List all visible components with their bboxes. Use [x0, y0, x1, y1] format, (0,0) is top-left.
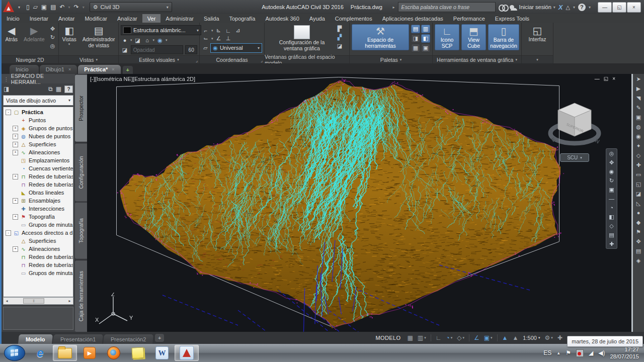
panel-label[interactable]: Navegar 2D — [2, 55, 58, 63]
active-drawing-view-dropdown[interactable]: Vista de dibujo activo▾ — [3, 95, 73, 106]
snap-grid-icon[interactable]: ▥▾ — [418, 334, 426, 341]
toolspace-tab[interactable]: Configuración — [75, 143, 87, 201]
expand-toggle[interactable]: + — [13, 150, 18, 155]
ribbon-tab[interactable]: Aplicaciones destacadas — [377, 14, 448, 23]
corner-icon[interactable]: ◱ — [636, 181, 641, 187]
navbar-toggle[interactable]: ▯ Barra de navegación — [488, 24, 519, 50]
views-button[interactable]: ◧ Vistas ▾ — [60, 24, 78, 47]
calculator-icon[interactable]: ▦ — [411, 44, 420, 52]
tree-horizontal-scrollbar[interactable]: ◂ ⦀ ▸ — [3, 297, 73, 305]
expand-toggle[interactable]: + — [13, 142, 18, 147]
tree-item[interactable]: + ◍ Nubes de puntos — [4, 132, 73, 140]
bucket-icon[interactable]: ● — [637, 210, 640, 216]
undo-caret-icon[interactable]: ▾ — [68, 5, 70, 10]
tree-item[interactable]: ▭ Grupos de minutas — [4, 221, 73, 229]
slope-icon[interactable]: ◺ — [636, 200, 640, 206]
opacity-slider[interactable]: Opacidad — [131, 45, 184, 54]
panel-label[interactable]: ▾ — [522, 55, 553, 63]
print-icon[interactable]: ▤ — [50, 4, 56, 11]
viewcube-cube[interactable]: SUPERIOR — [558, 103, 591, 136]
ucs-icon-toggle[interactable]: ∟ Icono SCP — [435, 24, 459, 50]
nav-sep[interactable]: — — [609, 196, 614, 202]
scroll-right-icon[interactable]: ▸ — [66, 299, 73, 303]
ucs-z-icon[interactable]: ∠ — [215, 35, 223, 42]
app-menu-caret-icon[interactable]: ▾ — [18, 5, 20, 10]
rect-icon[interactable]: ▭ — [636, 171, 641, 177]
start-button[interactable] — [4, 345, 25, 361]
settings-gear-icon[interactable]: ⚙▾ — [544, 334, 552, 341]
ribbon-tab[interactable]: Topografía — [224, 14, 261, 23]
brush-icon[interactable]: ◆ — [636, 219, 640, 225]
tree-item[interactable]: ⊓ Redes de tuberías e... — [4, 261, 73, 269]
ribbon-tab[interactable]: Analizar — [112, 14, 142, 23]
ribbon-tab[interactable]: Inicio — [2, 14, 25, 23]
panel-label[interactable]: Ventanas gráficas del espacio modelo — [265, 55, 349, 63]
tree-item[interactable]: + ⊞ Ensamblajes — [4, 197, 73, 205]
annotation-visibility-icon[interactable]: ▲ — [502, 334, 508, 341]
points-icon[interactable]: ✚ — [636, 162, 640, 168]
expand-toggle[interactable]: + — [13, 214, 18, 220]
ribbon-tab[interactable]: Ayuda — [304, 14, 330, 23]
vp-join-icon[interactable]: ▛ — [336, 25, 344, 32]
restore-button[interactable]: ◱ — [612, 2, 626, 13]
tree-item[interactable]: + ∿ Alineaciones — [4, 245, 73, 253]
ucs-dropdown[interactable]: ◉ Universal ▾ — [210, 43, 262, 53]
ortho-toggle-icon[interactable]: ∟ — [436, 334, 442, 341]
infocenter-arrow-icon[interactable]: ▸ — [393, 5, 395, 10]
ribbon-tab[interactable]: Anotar — [53, 14, 79, 23]
workspace-switcher[interactable]: ⚙ Civil 3D ▾ — [90, 2, 172, 12]
tree-item[interactable]: + ∿ Alineaciones — [4, 148, 73, 156]
ribbon-tab[interactable]: Modificar — [79, 14, 112, 23]
panel-label[interactable]: Estilos visuales▾⌟ — [119, 55, 199, 63]
viewport-config-button[interactable]: Configuración de la ventana gráfica — [270, 24, 334, 52]
vp-restore-icon[interactable]: ◱ — [604, 76, 608, 81]
select-arrow-alt-icon[interactable]: ▶ — [636, 85, 640, 92]
language-indicator[interactable]: ES — [543, 349, 551, 356]
properties-palette-icon[interactable]: ▤ — [411, 25, 420, 33]
nav-tool-icon[interactable]: ◔ — [610, 205, 613, 211]
open-icon[interactable]: ▱ — [33, 4, 38, 11]
toolspace-titlebar[interactable]: ⋮ ESPACIO DE HERRAMI... — [2, 74, 75, 83]
help-icon[interactable]: ? — [64, 85, 73, 93]
orbit-icon[interactable]: ↻ — [609, 177, 614, 184]
grid-toggle-icon[interactable]: ▦ — [407, 334, 413, 341]
star-icon[interactable]: ✦ — [636, 143, 640, 149]
back-button[interactable]: ◀ Atrás — [4, 24, 20, 43]
expand-toggle[interactable]: + — [13, 246, 18, 252]
toolspace-tab[interactable]: Caja de herramientas — [75, 260, 87, 332]
redo-caret-icon[interactable]: ▾ — [83, 5, 85, 10]
annotation-scale-control[interactable]: 1:500▾ — [523, 335, 540, 341]
forward-button[interactable]: ▶ Adelante — [22, 24, 46, 43]
tree-item[interactable]: + ◈ Grupos de puntos — [4, 124, 73, 132]
tree-item[interactable]: ✚ Intersecciones — [4, 205, 73, 213]
visual-style-dropdown[interactable]: Estructura alámbric... ▾ — [121, 25, 201, 35]
ribbon-tab[interactable]: Salida — [199, 14, 224, 23]
layers-icon[interactable]: ▤ — [636, 248, 641, 254]
pen-icon[interactable]: ✎ — [636, 105, 640, 111]
toolspace-button[interactable]: ⚒ Espacio de herramientas — [352, 24, 409, 50]
annotation-autoscale-icon[interactable]: ▲ — [512, 334, 518, 341]
tree-item[interactable]: + ⚑ Topografía — [4, 213, 73, 221]
taskbar-word[interactable]: W — [150, 345, 174, 360]
cursor-icon[interactable]: ◥ — [636, 95, 640, 101]
expand-toggle[interactable]: + — [13, 198, 18, 204]
search-input[interactable]: Escriba palabra clave o frase — [398, 2, 496, 12]
minimize-button[interactable]: — — [598, 2, 612, 13]
toolpalettes-icon[interactable]: ▥ — [421, 25, 430, 33]
select-arrow-icon[interactable]: ➤ — [636, 76, 640, 82]
vp-restore-icon[interactable]: ▞ — [336, 34, 344, 41]
item-view-icon[interactable]: ⧉ — [48, 85, 53, 93]
undo-icon[interactable]: ↶ — [60, 4, 65, 11]
vp-close-icon[interactable]: × — [612, 76, 615, 81]
viewport-controls-label[interactable]: [-][Isométrica NE][Estructura alámbrica … — [90, 76, 195, 82]
file-tab[interactable]: Práctica*× — [78, 65, 120, 74]
ribbon-tab[interactable]: Insertar — [25, 14, 53, 23]
sphere-icon[interactable]: ◍ — [636, 124, 641, 130]
layout-tab[interactable]: Presentación1 — [53, 334, 103, 344]
tree-item[interactable]: ▭ Grupos de minutas — [4, 269, 73, 277]
preview-toggle-icon[interactable]: ▦ — [56, 85, 61, 93]
expand-toggle[interactable]: - — [6, 230, 11, 236]
clock[interactable]: 17:27 28/07/2015 — [610, 346, 639, 360]
panel-label[interactable]: Vistas▾ — [59, 55, 118, 63]
pan-icon[interactable]: ✥ — [48, 25, 56, 32]
